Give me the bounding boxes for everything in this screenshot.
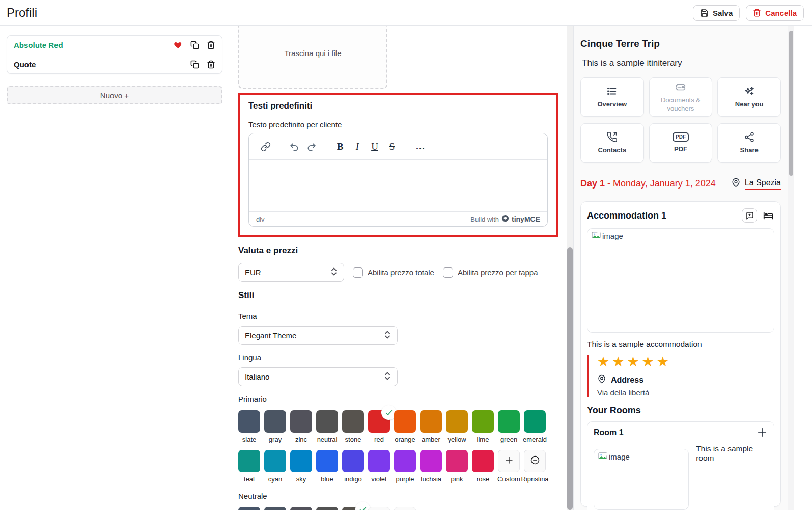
delete-icon[interactable]: [206, 41, 215, 50]
documents-vouchers-label: Documents & vouchers: [650, 96, 712, 113]
color-swatch-yellow[interactable]: yellow: [446, 410, 468, 443]
accommodation-card: Accommodation 1 image This is a sample a…: [580, 201, 781, 507]
theme-label: Tema: [238, 312, 558, 320]
language-select[interactable]: Italiano: [238, 367, 398, 386]
top-bar: Profili Salva Cancella: [0, 0, 812, 26]
color-swatch-emerald[interactable]: emerald: [524, 410, 546, 443]
color-swatch-orange[interactable]: orange: [394, 410, 416, 443]
accommodation-description: This is a sample accommodation: [587, 340, 774, 349]
color-swatch-fuchsia[interactable]: fuchsia: [420, 450, 442, 483]
main-scrollbar-thumb[interactable]: [567, 247, 573, 510]
color-swatch-indigo[interactable]: indigo: [342, 450, 364, 483]
neutral-reset-button[interactable]: Ripristina: [394, 507, 416, 510]
favorite-heart-icon[interactable]: [174, 41, 183, 50]
contacts-label: Contacts: [595, 146, 630, 154]
neutral-swatch-gray[interactable]: gray: [264, 507, 286, 510]
neutral-swatch-stone-selected[interactable]: stone: [342, 507, 364, 510]
room-card: Room 1 image This is a sample room: [587, 421, 774, 510]
color-swatch-neutral[interactable]: neutral: [316, 410, 338, 443]
broken-image-icon: [592, 232, 601, 242]
documents-vouchers-button[interactable]: Documents & vouchers: [649, 77, 713, 117]
color-swatch-rose[interactable]: rose: [472, 450, 494, 483]
color-swatch-purple[interactable]: purple: [394, 450, 416, 483]
primary-reset-button[interactable]: Ripristina: [524, 450, 546, 483]
color-swatch-slate[interactable]: slate: [238, 410, 260, 443]
undo-icon[interactable]: [286, 138, 303, 155]
primary-custom-color-button[interactable]: Custom: [498, 450, 520, 483]
color-swatch-stone[interactable]: stone: [342, 410, 364, 443]
color-swatch-teal[interactable]: teal: [238, 450, 260, 483]
redo-icon[interactable]: [303, 138, 320, 155]
stage-price-label: Abilita prezzo per tappa: [458, 268, 538, 277]
review-note-button[interactable]: [742, 208, 757, 223]
total-price-checkbox[interactable]: [353, 267, 363, 278]
color-swatch-amber[interactable]: amber: [420, 410, 442, 443]
italic-button[interactable]: I: [349, 138, 366, 155]
currency-select[interactable]: EUR: [238, 263, 344, 282]
color-swatch-sky[interactable]: sky: [290, 450, 312, 483]
underline-button[interactable]: U: [366, 138, 383, 155]
rich-text-editor: B I U S ... div Build with tinyMCE: [248, 133, 548, 227]
color-swatch-violet[interactable]: violet: [368, 450, 390, 483]
bold-button[interactable]: B: [331, 138, 349, 155]
list-icon: [606, 86, 618, 97]
strikethrough-button[interactable]: S: [383, 138, 401, 155]
color-swatch-green[interactable]: green: [498, 410, 520, 443]
room-title: Room 1: [594, 428, 624, 437]
stage-price-checkbox[interactable]: [443, 267, 453, 278]
editor-content-area[interactable]: [249, 160, 547, 211]
profiles-page: Profili Salva Cancella Absolute Red: [0, 0, 812, 510]
color-swatch-gray[interactable]: gray: [264, 410, 286, 443]
neutral-custom-color-button[interactable]: Custom: [368, 507, 390, 510]
preview-scrollbar-thumb[interactable]: [789, 31, 793, 176]
more-tools-button[interactable]: ...: [412, 138, 429, 155]
link-icon[interactable]: [257, 138, 274, 155]
duplicate-icon[interactable]: [190, 60, 199, 69]
delete-icon[interactable]: [206, 60, 215, 69]
add-room-icon[interactable]: [757, 427, 768, 438]
near-you-button[interactable]: Near you: [717, 77, 781, 117]
color-swatch-blue[interactable]: blue: [316, 450, 338, 483]
cancel-button[interactable]: Cancella: [746, 5, 804, 21]
file-dropzone[interactable]: Trascina qui i file: [238, 26, 387, 89]
pdf-button[interactable]: PDF PDF: [649, 123, 713, 163]
profile-row-quote[interactable]: Quote: [7, 55, 222, 73]
neutral-swatch-zinc[interactable]: zinc: [290, 507, 312, 510]
color-swatch-cyan[interactable]: cyan: [264, 450, 286, 483]
address-label: Address: [611, 375, 643, 385]
image-alt-text: image: [602, 232, 623, 240]
trip-subtitle: This is a sample itiniterary: [580, 58, 781, 68]
profile-row-absolute-red[interactable]: Absolute Red: [7, 36, 222, 55]
color-swatch-lime[interactable]: lime: [472, 410, 494, 443]
editor-toolbar: B I U S ...: [249, 133, 547, 160]
neutral-swatch-neutral[interactable]: neutral: [316, 507, 338, 510]
bed-icon[interactable]: [762, 210, 774, 221]
trip-title: Cinque Terre Trip: [580, 38, 781, 49]
dropzone-label: Trascina qui i file: [239, 49, 386, 58]
sparkles-icon: [744, 86, 755, 97]
share-button[interactable]: Share: [717, 123, 781, 163]
overview-button[interactable]: Overview: [580, 77, 644, 117]
color-swatch-red-selected[interactable]: red: [368, 410, 390, 443]
color-swatch-pink[interactable]: pink: [446, 450, 468, 483]
new-profile-button[interactable]: Nuovo +: [7, 86, 222, 104]
texts-section-highlight: Testi predefiniti Testo predefinito per …: [238, 93, 558, 237]
contacts-button[interactable]: Contacts: [580, 123, 644, 163]
duplicate-icon[interactable]: [190, 41, 199, 50]
preview-scrollbar-track[interactable]: [788, 26, 794, 510]
neutral-swatch-slate[interactable]: slate: [238, 507, 260, 510]
pdf-label: PDF: [671, 145, 690, 153]
primary-swatches-row-2: teal cyan sky blue indigo violet purple …: [238, 450, 558, 483]
near-you-label: Near you: [732, 100, 767, 109]
profiles-sidebar: Absolute Red Quote: [7, 35, 222, 104]
save-button[interactable]: Salva: [693, 5, 740, 21]
main-scrollbar-track[interactable]: [567, 26, 573, 510]
language-value: Italiano: [245, 372, 269, 381]
language-label: Lingua: [238, 353, 558, 362]
styles-section-title: Stili: [238, 290, 558, 301]
day-number: Day 1: [580, 178, 605, 189]
day-location-link[interactable]: La Spezia: [745, 178, 781, 190]
theme-select[interactable]: Elegant Theme: [238, 326, 398, 345]
pdf-icon: PDF: [673, 132, 689, 142]
color-swatch-zinc[interactable]: zinc: [290, 410, 312, 443]
